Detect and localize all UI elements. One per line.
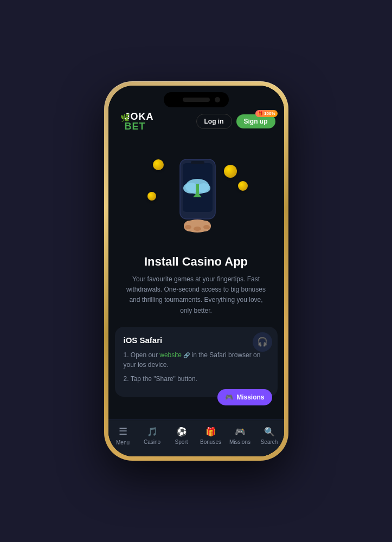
copy-link-icon: 🔗 — [183, 352, 190, 358]
hero-illustration — [142, 149, 250, 246]
signup-badge: 🎁 100% — [255, 110, 278, 117]
phone-notch — [164, 92, 229, 107]
header-actions: Log in 🎁 100% Sign up — [196, 114, 275, 129]
notch-speaker — [183, 98, 210, 102]
nav-label-missions: Missions — [229, 439, 250, 445]
search-icon: 🔍 — [264, 427, 275, 437]
support-button[interactable]: 🎧 — [253, 332, 272, 352]
main-content: Install Casino App Your favourite games … — [108, 138, 284, 420]
svg-point-12 — [203, 225, 210, 229]
coin-decoration-1 — [153, 159, 164, 170]
menu-icon: ☰ — [119, 425, 127, 437]
website-link[interactable]: website — [159, 351, 182, 359]
nav-item-missions[interactable]: 🎮 Missions — [227, 427, 254, 445]
sport-icon: ⚽ — [176, 427, 187, 437]
headset-icon: 🎧 — [257, 337, 268, 347]
install-step-2: 2. Tap the "Share" button. — [124, 374, 269, 384]
screen-content: 🌿 JOKA BET Log in 🎁 100% Sign up — [108, 86, 284, 456]
missions-nav-icon: 🎮 — [235, 427, 246, 437]
casino-icon: 🎵 — [147, 427, 158, 437]
brand-name-bottom: BET — [125, 121, 154, 131]
nav-label-casino: Casino — [144, 439, 160, 445]
nav-label-menu: Menu — [116, 440, 130, 446]
brand-logo: 🌿 JOKA BET — [117, 112, 154, 131]
svg-rect-7 — [191, 161, 204, 164]
svg-rect-6 — [196, 184, 199, 193]
install-card: iOS Safari 🎧 1. Open our website 🔗 in th… — [115, 327, 278, 397]
coin-decoration-4 — [238, 181, 248, 191]
coin-decoration-3 — [224, 165, 237, 178]
logo-leaf: 🌿 — [120, 114, 130, 121]
login-button[interactable]: Log in — [196, 114, 232, 129]
nav-item-search[interactable]: 🔍 Search — [256, 427, 283, 445]
coin-decoration-2 — [147, 192, 156, 201]
gamepad-icon: 🎮 — [225, 393, 233, 401]
phone-screen: 🌿 JOKA BET Log in 🎁 100% Sign up — [108, 86, 284, 456]
bonuses-icon: 🎁 — [205, 427, 216, 437]
nav-label-search: Search — [261, 439, 278, 445]
phone-frame: 🌿 JOKA BET Log in 🎁 100% Sign up — [104, 81, 288, 461]
missions-button[interactable]: 🎮 Missions — [217, 389, 272, 405]
hero-title: Install Casino App — [144, 255, 248, 269]
nav-label-bonuses: Bonuses — [200, 439, 221, 445]
svg-point-4 — [197, 183, 210, 193]
hero-section: Install Casino App Your favourite games … — [108, 138, 284, 327]
svg-point-11 — [194, 227, 201, 231]
nav-item-menu[interactable]: ☰ Menu — [110, 425, 137, 446]
install-step-1: 1. Open our website 🔗 in the Safari brow… — [124, 350, 269, 370]
signup-button[interactable]: 🎁 100% Sign up — [236, 114, 275, 128]
nav-item-casino[interactable]: 🎵 Casino — [139, 427, 166, 445]
nav-label-sport: Sport — [175, 439, 188, 445]
hero-description: Your favourite games at your fingertips.… — [119, 274, 273, 316]
nav-item-bonuses[interactable]: 🎁 Bonuses — [197, 427, 224, 445]
svg-point-10 — [185, 225, 191, 229]
nav-item-sport[interactable]: ⚽ Sport — [168, 427, 195, 445]
install-platform-title: iOS Safari — [124, 335, 269, 345]
notch-camera — [215, 97, 220, 102]
bottom-navigation: ☰ Menu 🎵 Casino ⚽ Sport 🎁 Bonuses 🎮 — [108, 420, 284, 456]
